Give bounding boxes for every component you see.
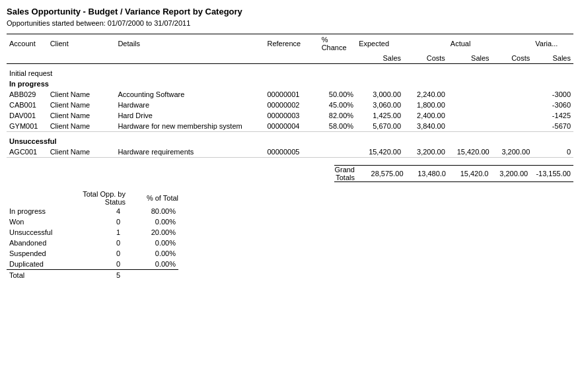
header-act-costs: Costs bbox=[492, 53, 533, 64]
summary-row: Won 0 0.00% bbox=[7, 216, 178, 227]
grand-total-row: Grand Totals 28,575.00 13,480.0 15,420.0… bbox=[7, 166, 573, 182]
table-row: ABB029 Client Name Accounting Software 0… bbox=[7, 89, 573, 100]
bottom-section: Total Opp. by Status % of Total In progr… bbox=[7, 190, 573, 280]
grand-total-section: Grand Totals 28,575.00 13,480.0 15,420.0… bbox=[7, 165, 573, 182]
header-exp-sales: Sales bbox=[356, 53, 404, 64]
table-header-row1: Account Client Details Reference % Chanc… bbox=[7, 34, 573, 53]
header-chance: % Chance bbox=[319, 34, 357, 53]
header-act-sales: Sales bbox=[448, 53, 492, 64]
header-account: Account bbox=[7, 34, 48, 53]
header-exp-costs: Costs bbox=[404, 53, 448, 64]
summary-col1-header: Total Opp. by Status bbox=[73, 190, 126, 206]
summary-row: Abandoned 0 0.00% bbox=[7, 238, 178, 248]
main-table: Account Client Details Reference % Chanc… bbox=[7, 34, 573, 161]
report-container: Sales Opportunity - Budget / Variance Re… bbox=[7, 7, 573, 280]
header-reference: Reference bbox=[264, 34, 318, 53]
table-row: AGC001 Client Name Hardware requirements… bbox=[7, 147, 573, 158]
header-client: Client bbox=[48, 34, 116, 53]
group-header-row: In progress bbox=[7, 79, 573, 89]
summary-row: Unsuccessful 1 20.00% bbox=[7, 227, 178, 238]
grand-total-act-costs: 3,200.00 bbox=[491, 166, 530, 182]
table-row: CAB001 Client Name Hardware 00000002 45.… bbox=[7, 100, 573, 110]
table-row: DAV001 Client Name Hard Drive 00000003 8… bbox=[7, 110, 573, 121]
summary-row: Suspended 0 0.00% bbox=[7, 248, 178, 259]
grand-total-var-sales: -13,155.00 bbox=[530, 166, 573, 182]
grand-total-label: Grand Totals bbox=[334, 166, 360, 182]
report-subtitle: Opportunities started between: 01/07/200… bbox=[7, 19, 573, 27]
summary-total-row: Total 5 bbox=[7, 270, 178, 281]
grand-total-exp-sales: 28,575.00 bbox=[360, 166, 406, 182]
group-header-row: Unsuccessful bbox=[7, 136, 573, 147]
report-title: Sales Opportunity - Budget / Variance Re… bbox=[7, 7, 573, 16]
summary-row: Duplicated 0 0.00% bbox=[7, 259, 178, 270]
grand-total-act-sales: 15,420.0 bbox=[449, 166, 491, 182]
separator-row bbox=[7, 157, 573, 161]
header-details: Details bbox=[115, 34, 264, 53]
header-variance: Varia... bbox=[532, 34, 573, 53]
grand-total-exp-costs: 13,480.0 bbox=[406, 166, 449, 182]
section-header-row: Initial request bbox=[7, 64, 573, 79]
table-row: GYM001 Client Name Hardware for new memb… bbox=[7, 121, 573, 132]
table-header-row2: Sales Costs Sales Costs Sales bbox=[7, 53, 573, 64]
header-var-sales: Sales bbox=[532, 53, 573, 64]
header-actual: Actual bbox=[448, 34, 532, 53]
summary-col2-header: % of Total bbox=[126, 190, 178, 206]
header-expected: Expected bbox=[356, 34, 448, 53]
summary-table: Total Opp. by Status % of Total In progr… bbox=[7, 190, 178, 280]
summary-row: In progress 4 80.00% bbox=[7, 206, 178, 216]
summary-header: Total Opp. by Status % of Total bbox=[7, 190, 178, 206]
